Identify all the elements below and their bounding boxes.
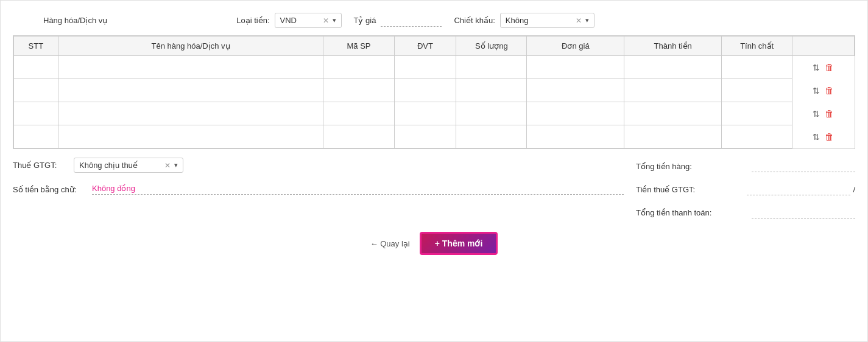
sort-icon[interactable]: ⇅ xyxy=(813,109,820,119)
col-ten: Tên hàng hóa/Dịch vụ xyxy=(58,37,323,56)
so-tien-label: Số tiền bằng chữ: xyxy=(13,185,86,194)
tong-thanh-toan-row: Tổng tiền thanh toán: xyxy=(636,204,855,221)
thue-arrow-icon[interactable]: ▾ xyxy=(174,161,178,169)
cell-dvt[interactable] xyxy=(394,102,456,125)
cell-ma[interactable] xyxy=(323,56,394,79)
table-row: ⇅ 🗑 xyxy=(14,102,855,125)
cell-ten[interactable] xyxy=(58,125,323,148)
tong-thanh-toan-value xyxy=(752,206,855,218)
table-row: ⇅ 🗑 xyxy=(14,125,855,148)
cell-tinh[interactable] xyxy=(722,102,792,125)
sort-icon[interactable]: ⇅ xyxy=(813,86,820,96)
so-tien-value: Không đồng xyxy=(92,184,624,195)
col-actions xyxy=(792,37,855,56)
main-container: Hàng hóa/Dịch vụ Loại tiền: VND ✕ ▾ Tỷ g… xyxy=(0,0,868,342)
cell-tinh[interactable] xyxy=(722,125,792,148)
cell-sl[interactable] xyxy=(456,79,527,102)
ty-gia-label: Tỷ giá xyxy=(354,16,376,25)
delete-icon[interactable]: 🗑 xyxy=(825,131,834,142)
delete-icon[interactable]: 🗑 xyxy=(825,108,834,119)
col-dvt: ĐVT xyxy=(394,37,456,56)
delete-icon[interactable]: 🗑 xyxy=(825,85,834,96)
cell-tinh[interactable] xyxy=(722,79,792,102)
loai-tien-arrow-icon[interactable]: ▾ xyxy=(333,16,336,24)
cell-dvt[interactable] xyxy=(394,79,456,102)
cell-don[interactable] xyxy=(527,125,624,148)
ty-gia-input[interactable] xyxy=(381,15,442,27)
cell-don[interactable] xyxy=(527,79,624,102)
sort-icon[interactable]: ⇅ xyxy=(813,63,820,72)
loai-tien-label: Loại tiền: xyxy=(236,16,269,25)
table-row: ⇅ 🗑 xyxy=(14,56,855,79)
cell-dvt[interactable] xyxy=(394,125,456,148)
col-tinh: Tính chất xyxy=(722,37,792,56)
tong-thanh-toan-label: Tổng tiền thanh toán: xyxy=(636,208,711,217)
tong-tien-hang-row: Tổng tiền hàng: xyxy=(636,158,855,175)
footer-buttons: ← Quay lại + Thêm mới xyxy=(13,232,855,255)
cell-dvt[interactable] xyxy=(394,56,456,79)
slash: / xyxy=(853,185,855,194)
ty-gia-group: Tỷ giá xyxy=(354,15,442,27)
delete-icon[interactable]: 🗑 xyxy=(825,62,834,72)
col-sl: Số lượng xyxy=(456,37,527,56)
cell-sl[interactable] xyxy=(456,125,527,148)
cell-thanh[interactable] xyxy=(624,79,722,102)
cell-thanh[interactable] xyxy=(624,56,722,79)
tien-thue-row: Tiền thuế GTGT: / xyxy=(636,181,855,198)
cell-thanh[interactable] xyxy=(624,102,722,125)
tong-tien-hang-value xyxy=(752,160,855,172)
cell-ma[interactable] xyxy=(323,102,394,125)
loai-tien-select[interactable]: VND ✕ ▾ xyxy=(275,13,342,28)
cell-don[interactable] xyxy=(527,102,624,125)
cell-stt[interactable] xyxy=(14,125,58,148)
thue-label: Thuế GTGT: xyxy=(13,161,68,170)
chiet-khau-label: Chiết khấu: xyxy=(454,16,495,25)
cell-ma[interactable] xyxy=(323,79,394,102)
cell-stt[interactable] xyxy=(14,56,58,79)
cell-sl[interactable] xyxy=(456,102,527,125)
top-bar: Hàng hóa/Dịch vụ Loại tiền: VND ✕ ▾ Tỷ g… xyxy=(13,7,855,35)
cell-stt[interactable] xyxy=(14,102,58,125)
chiet-khau-clear-icon[interactable]: ✕ xyxy=(576,16,582,25)
chiet-khau-group: Chiết khấu: Không ✕ ▾ xyxy=(454,13,594,28)
cell-stt[interactable] xyxy=(14,79,58,102)
so-tien-row: Số tiền bằng chữ: Không đồng xyxy=(13,181,624,195)
add-new-button[interactable]: + Thêm mới xyxy=(420,232,498,255)
cell-ten[interactable] xyxy=(58,79,323,102)
loai-tien-value: VND xyxy=(280,16,319,25)
thue-clear-icon[interactable]: ✕ xyxy=(164,161,171,170)
cell-ma[interactable] xyxy=(323,125,394,148)
loai-tien-group: Loại tiền: VND ✕ ▾ xyxy=(236,13,341,28)
chiet-khau-value: Không xyxy=(506,16,572,25)
back-button[interactable]: ← Quay lại xyxy=(370,239,410,248)
cell-ten[interactable] xyxy=(58,56,323,79)
bottom-left: Thuế GTGT: Không chịu thuế ✕ ▾ Số tiền b… xyxy=(13,158,624,221)
cell-tinh[interactable] xyxy=(722,56,792,79)
sort-icon[interactable]: ⇅ xyxy=(813,132,820,142)
product-table-wrapper: STT Tên hàng hóa/Dịch vụ Mã SP ĐVT Số lư… xyxy=(13,35,855,149)
col-thanh: Thành tiền xyxy=(624,37,722,56)
bottom-right: Tổng tiền hàng: Tiền thuế GTGT: / Tổng t… xyxy=(636,158,855,221)
product-table: STT Tên hàng hóa/Dịch vụ Mã SP ĐVT Số lư… xyxy=(13,36,855,148)
thue-row: Thuế GTGT: Không chịu thuế ✕ ▾ xyxy=(13,158,624,173)
col-stt: STT xyxy=(14,37,58,56)
chiet-khau-select[interactable]: Không ✕ ▾ xyxy=(500,13,595,28)
hang-hoa-label: Hàng hóa/Dịch vụ xyxy=(43,16,107,25)
cell-thanh[interactable] xyxy=(624,125,722,148)
table-row: ⇅ 🗑 xyxy=(14,79,855,102)
loai-tien-clear-icon[interactable]: ✕ xyxy=(323,16,329,25)
tien-thue-label: Tiền thuế GTGT: xyxy=(636,185,695,194)
tong-tien-hang-label: Tổng tiền hàng: xyxy=(636,162,692,171)
cell-ten[interactable] xyxy=(58,102,323,125)
chiet-khau-arrow-icon[interactable]: ▾ xyxy=(585,16,589,24)
bottom-section: Thuế GTGT: Không chịu thuế ✕ ▾ Số tiền b… xyxy=(13,149,855,221)
col-ma: Mã SP xyxy=(323,37,394,56)
cell-sl[interactable] xyxy=(456,56,527,79)
col-don: Đơn giá xyxy=(527,37,624,56)
tien-thue-value xyxy=(747,183,850,195)
thue-value: Không chịu thuế xyxy=(79,161,161,170)
thue-select[interactable]: Không chịu thuế ✕ ▾ xyxy=(74,158,183,173)
cell-don[interactable] xyxy=(527,56,624,79)
